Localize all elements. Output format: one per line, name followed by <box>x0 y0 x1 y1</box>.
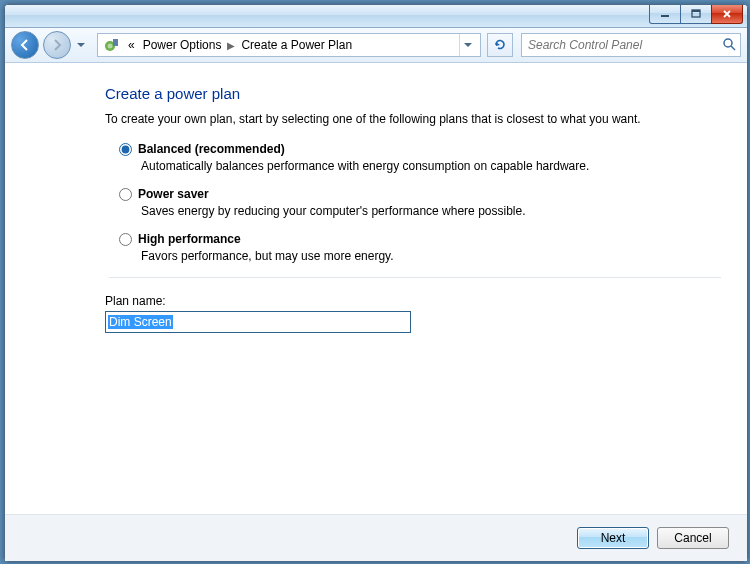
address-bar[interactable]: « Power Options ▶ Create a Power Plan <box>97 33 481 57</box>
maximize-button[interactable] <box>680 5 712 24</box>
breadcrumb-create-plan[interactable]: Create a Power Plan <box>239 37 354 53</box>
nav-history-dropdown[interactable] <box>75 35 87 55</box>
address-dropdown[interactable] <box>459 34 476 56</box>
svg-rect-0 <box>661 15 669 17</box>
chevron-down-icon <box>464 43 472 48</box>
power-options-icon <box>102 35 122 55</box>
label-high-performance[interactable]: High performance <box>138 232 241 246</box>
breadcrumb-root-sep: « <box>126 37 137 53</box>
arrow-left-icon <box>18 38 32 52</box>
search-box[interactable] <box>521 33 741 57</box>
radio-power-saver[interactable] <box>119 188 132 201</box>
control-panel-window: « Power Options ▶ Create a Power Plan Cr… <box>4 4 748 562</box>
page-content: Create a power plan To create your own p… <box>5 63 747 514</box>
svg-point-6 <box>724 39 732 47</box>
close-button[interactable] <box>711 5 743 24</box>
minimize-button[interactable] <box>649 5 681 24</box>
plan-name-value: Dim Screen <box>108 315 173 329</box>
minimize-icon <box>660 9 670 19</box>
option-high-performance: High performance Favors performance, but… <box>119 232 725 263</box>
page-intro: To create your own plan, start by select… <box>105 112 725 126</box>
cancel-button[interactable]: Cancel <box>657 527 729 549</box>
plan-name-label: Plan name: <box>105 294 725 308</box>
window-titlebar[interactable] <box>5 5 747 28</box>
label-balanced[interactable]: Balanced (recommended) <box>138 142 285 156</box>
radio-high-performance[interactable] <box>119 233 132 246</box>
radio-balanced[interactable] <box>119 143 132 156</box>
maximize-icon <box>691 9 701 19</box>
svg-rect-2 <box>692 10 700 12</box>
desc-balanced: Automatically balances performance with … <box>141 159 725 173</box>
forward-button[interactable] <box>43 31 71 59</box>
plan-name-input[interactable]: Dim Screen <box>105 311 411 333</box>
breadcrumb-power-options[interactable]: Power Options <box>141 37 224 53</box>
next-button[interactable]: Next <box>577 527 649 549</box>
refresh-icon <box>493 38 507 52</box>
svg-rect-4 <box>113 39 118 46</box>
desc-power-saver: Saves energy by reducing your computer's… <box>141 204 725 218</box>
navigation-bar: « Power Options ▶ Create a Power Plan <box>5 28 747 63</box>
svg-point-5 <box>108 44 113 49</box>
search-icon[interactable] <box>722 37 736 54</box>
chevron-right-icon[interactable]: ▶ <box>227 40 235 51</box>
label-power-saver[interactable]: Power saver <box>138 187 209 201</box>
wizard-footer: Next Cancel <box>5 514 747 561</box>
chevron-down-icon <box>77 43 85 48</box>
separator <box>109 277 721 278</box>
refresh-button[interactable] <box>487 33 513 57</box>
option-balanced: Balanced (recommended) Automatically bal… <box>119 142 725 173</box>
arrow-right-icon <box>50 38 64 52</box>
desc-high-performance: Favors performance, but may use more ene… <box>141 249 725 263</box>
option-power-saver: Power saver Saves energy by reducing you… <box>119 187 725 218</box>
back-button[interactable] <box>11 31 39 59</box>
search-input[interactable] <box>526 37 736 53</box>
page-title: Create a power plan <box>105 85 725 102</box>
svg-line-7 <box>731 46 735 50</box>
close-icon <box>722 9 732 19</box>
